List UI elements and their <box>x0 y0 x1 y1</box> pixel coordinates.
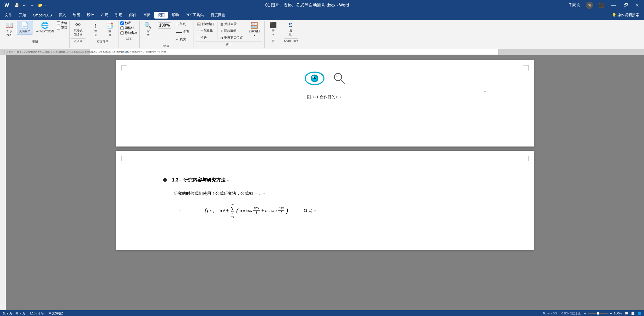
menu-home[interactable]: 开始 <box>16 12 29 19</box>
gridlines-checkbox[interactable]: 网格线 <box>120 26 137 30</box>
horizontal-ruler: -8|-7|-6|-5|-4|-3|-2|-1|1|2|3|4|5|6|7|8|… <box>0 49 644 55</box>
navpane-checkbox[interactable]: 导航窗格 <box>120 31 137 35</box>
outline-check[interactable] <box>57 21 60 25</box>
properties-button[interactable]: S 属性 <box>284 21 297 38</box>
save-button[interactable]: 💾 <box>13 2 20 9</box>
zoom-small-btns: ▭ 单页 ▬▬ 多页 ↔ 页宽 <box>174 21 191 43</box>
minimize-button[interactable]: — <box>609 2 618 9</box>
open-button[interactable]: 📁 <box>37 2 43 9</box>
zoom-slider[interactable] <box>588 313 608 314</box>
sin-text: sin <box>271 208 277 213</box>
zoom-button[interactable]: 🔍 缩放 <box>141 21 155 38</box>
web-layout-status-icon[interactable]: 🌐 <box>637 312 641 315</box>
split-button[interactable]: ⊟ 拆分 <box>195 34 216 41</box>
menu-baidu[interactable]: 百度网盘 <box>208 12 228 19</box>
print-layout-status-icon[interactable]: 📄 <box>631 312 635 315</box>
zoom-label: 缩放 <box>147 29 150 37</box>
web-view-button[interactable]: 🌐 Web 版式视图 <box>33 21 56 34</box>
ribbon-content: 📖 阅读视图 📄 页面视图 🌐 Web 版式视图 大纲 <box>0 20 644 49</box>
flip-page-button[interactable]: 📑 翻页 <box>103 21 116 38</box>
undo-button[interactable]: ↩ <box>21 2 28 9</box>
zoom-control[interactable]: － ＋ 100% <box>583 311 622 316</box>
macro-button[interactable]: ⬛ 宏 ▾ <box>266 21 280 38</box>
menu-file[interactable]: 文件 <box>2 12 15 19</box>
zoom-percentage: 100% <box>614 312 622 315</box>
sum-sub: n <box>232 212 233 215</box>
zoom-group-label: 缩放 <box>141 43 191 48</box>
view-group-label: 视图 <box>3 39 67 44</box>
menu-mail[interactable]: 邮件 <box>126 12 140 19</box>
corner-tr-p2 <box>523 156 529 161</box>
zoom-out-icon[interactable]: － <box>583 311 587 316</box>
menu-design[interactable]: 设计 <box>84 12 97 19</box>
new-window-button[interactable]: 🪟 新建窗口 <box>195 21 216 27</box>
redo-button[interactable]: ↪ <box>29 2 36 9</box>
gridlines-check[interactable] <box>120 26 124 30</box>
title-text: 01 图片、表格、公式等自动编号.docx - Word <box>265 3 349 7</box>
new-window-icon: 🪟 <box>197 22 201 26</box>
sync-scroll-icon: ⇕ <box>220 29 223 33</box>
svg-point-16 <box>336 75 338 77</box>
navpane-check[interactable] <box>120 31 124 35</box>
restore-button[interactable]: 🗗 <box>621 2 630 9</box>
zoom-100-icon: 100% <box>158 22 171 28</box>
outline-checkbox[interactable]: 大纲 <box>57 21 67 25</box>
reset-position-button[interactable]: ⊠ 重设窗口位置 <box>218 34 245 41</box>
ribbon-group-page-move: ↕ 垂直 📑 翻页 页面移动 <box>88 21 119 48</box>
title-bar-left: W 💾 ↩ ↪ 📁 ▾ <box>3 1 46 9</box>
ruler-check[interactable] <box>120 21 124 25</box>
draft-check[interactable] <box>57 26 60 30</box>
return-mark-2: ↵ <box>340 95 343 99</box>
read-mode-status-icon[interactable]: 📖 <box>624 312 628 315</box>
sync-scroll-button[interactable]: ⇕ 同步滚动 <box>218 28 245 34</box>
switch-window-label: 切换窗口 <box>249 29 260 33</box>
menu-insert[interactable]: 插入 <box>56 12 69 19</box>
menu-layout[interactable]: 布局 <box>98 12 111 19</box>
magnifier-icon <box>333 72 346 85</box>
side-by-side-button[interactable]: ▥ 并排查看 <box>218 21 245 27</box>
document-area[interactable]: ↵ 图·1–1·合作目的↵ ↵ 1.3→ <box>6 55 644 310</box>
menu-draw[interactable]: 绘图 <box>70 12 83 19</box>
draft-checkbox[interactable]: 草稿 <box>57 26 67 30</box>
window-group-label: 窗口 <box>195 42 262 47</box>
switch-window-button[interactable]: 🪟 切换窗口 ▾ <box>246 21 262 38</box>
zoom-in-icon[interactable]: ＋ <box>610 311 613 316</box>
formula-a0: a <box>220 208 222 213</box>
open-big-paren: ( <box>236 207 239 214</box>
ruler-label: 标尺 <box>125 21 131 25</box>
menu-search[interactable]: 💡 操作说明搜索 <box>609 12 642 19</box>
lightbulb-icon: 💡 <box>612 13 616 17</box>
page-view-button[interactable]: 📄 页面视图 <box>17 21 33 34</box>
corner-tl-p2 <box>121 156 127 161</box>
menu-pdf[interactable]: PDF工具集 <box>182 12 207 19</box>
menu-references[interactable]: 引用 <box>112 12 126 19</box>
menu-review[interactable]: 审阅 <box>140 12 154 19</box>
read-view-button[interactable]: 📖 阅读视图 <box>3 21 16 38</box>
page-width-button[interactable]: ↔ 页宽 <box>174 36 191 43</box>
user-avatar[interactable]: 向 <box>586 2 593 9</box>
formula-parens-x: ( <box>207 208 209 213</box>
ribbon-group-macro: ⬛ 宏 ▾ 宏 <box>265 21 282 48</box>
single-page-button[interactable]: ▭ 单页 <box>174 21 191 27</box>
ribbon-group-sharepoint: S 属性 SharePoint <box>283 21 300 48</box>
menu-view[interactable]: 视图 <box>154 12 168 19</box>
close-button[interactable]: ✕ <box>633 2 641 9</box>
menu-officeplus[interactable]: OfficePLUS <box>30 12 55 18</box>
ribbon-display-button[interactable]: ⬛ <box>596 2 606 9</box>
vertical-button[interactable]: ↕ 垂直 <box>89 21 102 38</box>
ruler-checkbox[interactable]: 标尺 <box>120 21 137 25</box>
flip-page-icon: 📑 <box>106 22 114 28</box>
macro-label: 宏 <box>272 29 275 33</box>
zoom-slider-thumb[interactable] <box>597 312 599 315</box>
menu-help[interactable]: 帮助 <box>168 12 182 19</box>
immersive-reader-icon: 👁 <box>75 22 81 28</box>
title-bar-right: 子豪 向 向 ⬛ — 🗗 ✕ <box>569 2 641 9</box>
arrange-all-button[interactable]: ⊟ 全部重排 <box>195 28 216 34</box>
arrange-all-icon: ⊟ <box>197 29 199 33</box>
formula-fx: f <box>205 208 206 213</box>
immersive-reader-button[interactable]: 👁 沉浸式阅读器 <box>71 21 85 38</box>
multi-page-button[interactable]: ▬▬ 多页 <box>174 28 191 35</box>
watermark-icon: 🔍 <box>543 312 546 315</box>
side-by-side-icon: ▥ <box>220 22 223 26</box>
zoom-100-button[interactable]: 100% <box>155 21 173 31</box>
